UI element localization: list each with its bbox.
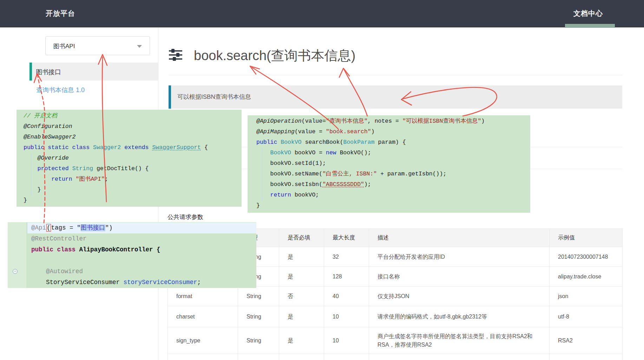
- chevron-down-icon: [137, 45, 142, 48]
- table-cell: 是: [279, 327, 324, 354]
- code-line: @EnableSwagger2: [24, 132, 242, 142]
- code-line: BookVO bookVO = new BookVO();: [256, 148, 530, 158]
- table-cell: charset: [168, 306, 238, 327]
- code-line: @ApiMapping(value = "book.search"): [256, 127, 530, 137]
- code-line: bookVO.setIsbn("ABCSSSSDDD");: [256, 179, 530, 190]
- table-cell: 接口名称: [369, 267, 550, 287]
- code-fold-icon[interactable]: −: [13, 269, 18, 274]
- code-line: StoryServiceConsumer storyServiceConsume…: [27, 277, 256, 288]
- sidebar-item-api-group[interactable]: 图书接口: [29, 63, 158, 81]
- table-row: [168, 354, 623, 360]
- table-cell: format: [168, 287, 238, 306]
- sliders-icon: [169, 49, 183, 63]
- table-row: formatString否40仅支持JSONjson: [168, 287, 623, 306]
- table-cell: 是: [279, 306, 324, 327]
- table-cell: [550, 354, 623, 360]
- brand-title: 开放平台: [46, 9, 75, 18]
- table-cell: 否: [279, 287, 324, 306]
- table-cell: sign_type: [168, 327, 238, 354]
- table-cell: [279, 354, 324, 360]
- code-line: public class AlipayBookController {: [27, 244, 256, 255]
- table-cell: [324, 354, 369, 360]
- api-select-value: 图书API: [53, 42, 75, 50]
- page-title: book.search(查询书本信息): [194, 47, 355, 65]
- table-cell: String: [238, 327, 279, 354]
- table-cell: json: [550, 287, 623, 306]
- table-cell: String: [238, 287, 279, 306]
- table-cell: 40: [324, 287, 369, 306]
- sidebar-version-link[interactable]: 查询书本信息 1.0: [36, 86, 85, 94]
- code-line: return bookVO;: [256, 190, 530, 200]
- table-cell: 10: [324, 306, 369, 327]
- code-line: @Api(tags = "图书接口"): [27, 223, 256, 233]
- table-header-cell: 最大长度: [324, 229, 369, 247]
- active-nav-indicator: [565, 24, 615, 28]
- sidebar-item-label: 图书接口: [36, 68, 61, 76]
- indent-guide: [262, 148, 262, 200]
- code-line: @Configuration: [24, 121, 242, 132]
- table-header-cell: 是否必填: [279, 229, 324, 247]
- table-cell: 128: [324, 267, 369, 287]
- arrow-value-to-title-head: [339, 68, 349, 77]
- code-line: return "图书API";: [24, 174, 242, 185]
- table-cell: [369, 354, 550, 360]
- code-block-search-method: @ApiOperation(value="查询书本信息", notes = "可…: [248, 115, 530, 213]
- page: 图书API 图书接口 查询书本信息 1.0 book.search(查询书本信息…: [0, 0, 644, 360]
- code-line: public static class Swagger2 extends Swa…: [24, 142, 242, 153]
- table-row: sign_typeString是10商户生成签名字符串所使用的签名算法类型，目前…: [168, 327, 623, 354]
- code-line: @Override: [24, 153, 242, 163]
- code-line: public BookVO searchBook(BookParam param…: [256, 137, 530, 148]
- table-cell: 平台分配给开发者的应用ID: [369, 247, 550, 267]
- table-cell: String: [238, 306, 279, 327]
- table-cell: 商户生成签名字符串所使用的签名算法类型，目前支持RSA2和RSA，推荐使用RSA…: [369, 327, 550, 354]
- table-cell: alipay.trade.close: [550, 267, 623, 287]
- code-line: bookVO.setName("白雪公主, ISBN:" + param.get…: [256, 169, 530, 179]
- table-cell: [168, 354, 238, 360]
- arrow-mapping-to-title-head: [250, 66, 259, 74]
- table-cell: 仅支持JSON: [369, 287, 550, 306]
- table-header-cell: 示例值: [550, 229, 623, 247]
- code-line: protected String getDocTitle() {: [24, 163, 242, 174]
- code-block-swagger-config: // 开启文档@Configuration@EnableSwagger2publ…: [17, 110, 242, 207]
- table-cell: [238, 354, 279, 360]
- code-line: [27, 255, 256, 266]
- table-cell: 请求使用的编码格式，如utf-8,gbk,gb2312等: [369, 306, 550, 327]
- summary-banner: 可以根据ISBN查询书本信息: [169, 85, 622, 109]
- code-line: }: [256, 200, 530, 211]
- table-cell: 是: [279, 267, 324, 287]
- indent-guide: [31, 153, 31, 195]
- table-header-cell: 描述: [369, 229, 550, 247]
- top-navbar: 开放平台 文档中心: [0, 0, 644, 27]
- code-line: bookVO.setId(1);: [256, 158, 530, 169]
- code-line: // 开启文档: [24, 111, 242, 121]
- table-cell: RSA2: [550, 327, 623, 354]
- table-cell: 2014072300007148: [550, 247, 623, 267]
- table-cell: 是: [279, 247, 324, 267]
- table-row: charsetString是10请求使用的编码格式，如utf-8,gbk,gb2…: [168, 306, 623, 327]
- api-select-dropdown[interactable]: 图书API: [45, 36, 150, 55]
- summary-banner-text: 可以根据ISBN查询书本信息: [177, 93, 251, 101]
- active-item-accent-bar: [29, 63, 32, 81]
- title-divider: [169, 75, 622, 75]
- nav-item-doc-center[interactable]: 文档中心: [573, 9, 603, 18]
- table-cell: 32: [324, 247, 369, 267]
- code-line: @RestController: [27, 233, 256, 244]
- code-line: @Autowired: [27, 266, 256, 277]
- table-cell: 10: [324, 327, 369, 354]
- table-cell: utf-8: [550, 306, 623, 327]
- editor-gutter: −: [8, 222, 27, 288]
- code-block-controller-class: − @Api(tags = "图书接口")@RestControllerpubl…: [8, 222, 256, 288]
- code-line: }: [24, 185, 242, 195]
- code-line: @ApiOperation(value="查询书本信息", notes = "可…: [256, 116, 530, 127]
- section-heading: 公共请求参数: [167, 213, 203, 221]
- code-line: }: [24, 195, 242, 206]
